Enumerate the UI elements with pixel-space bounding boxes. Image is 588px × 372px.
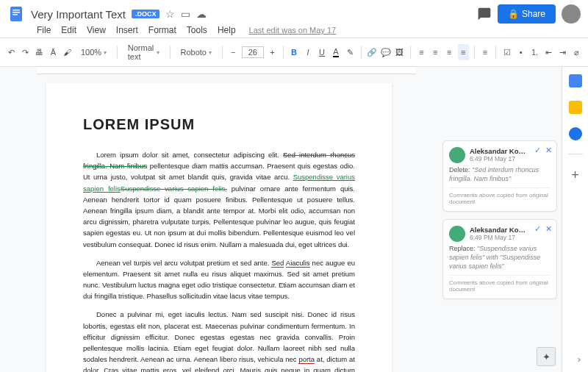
comment-footnote: Comments above copied from original docu… — [449, 275, 551, 293]
clear-formatting-icon[interactable]: ⌀ — [571, 44, 582, 60]
align-right-icon[interactable]: ≡ — [444, 44, 455, 60]
numbered-list-icon[interactable]: 1. — [529, 44, 540, 60]
underline-icon[interactable]: U — [317, 44, 328, 60]
last-edit-link[interactable]: Last edit was on May 17 — [249, 26, 337, 35]
paint-format-icon[interactable]: 🖌 — [62, 44, 73, 60]
menu-file[interactable]: File — [37, 25, 51, 35]
menu-edit[interactable]: Edit — [61, 25, 76, 35]
text-color-icon[interactable]: A — [331, 44, 342, 60]
menu-help[interactable]: Help — [218, 25, 236, 35]
comment-time: 6:49 PM May 17 — [470, 234, 528, 241]
checklist-icon[interactable]: ☑ — [501, 44, 512, 60]
keep-icon[interactable] — [569, 101, 582, 114]
indent-increase-icon[interactable]: ⇥ — [557, 44, 568, 60]
svg-rect-3 — [12, 14, 18, 15]
spellcheck-icon[interactable]: Ă — [48, 44, 59, 60]
align-left-icon[interactable]: ≡ — [416, 44, 427, 60]
hide-sidepanel-icon[interactable]: › — [578, 354, 581, 365]
menu-view[interactable]: View — [87, 25, 106, 35]
comments-column: ✓✕ Aleksandar Kocho...6:49 PM May 17 Del… — [438, 67, 562, 372]
doc-heading: LOREM IPSUM — [83, 112, 355, 136]
paragraph-1: Lorem ipsum dolor sit amet, consectetur … — [83, 149, 355, 250]
explore-button[interactable]: ✦ — [537, 347, 556, 366]
redo-icon[interactable]: ↷ — [20, 44, 31, 60]
menu-format[interactable]: Format — [148, 25, 176, 35]
document-page[interactable]: LOREM IPSUM Lorem ipsum dolor sit amet, … — [46, 83, 392, 372]
paragraph-3: Donec a pulvinar mi, eget iaculis lectus… — [83, 309, 355, 372]
font-dropdown[interactable]: Roboto — [176, 46, 217, 59]
reject-suggestion-icon[interactable]: ✕ — [545, 224, 552, 234]
align-justify-icon[interactable]: ≡ — [458, 44, 469, 60]
cloud-icon[interactable]: ☁ — [196, 8, 207, 20]
accept-suggestion-icon[interactable]: ✓ — [534, 224, 541, 234]
toolbar: ↶ ↷ 🖶 Ă 🖌 100% Normal text Roboto − 26 +… — [0, 38, 588, 67]
calendar-icon[interactable] — [569, 74, 582, 87]
comment-time: 6:49 PM May 17 — [470, 155, 528, 162]
bulleted-list-icon[interactable]: • — [515, 44, 526, 60]
ruler[interactable] — [37, 67, 416, 74]
commenter-name: Aleksandar Kocho... — [470, 147, 528, 155]
tasks-icon[interactable] — [569, 127, 582, 140]
move-icon[interactable]: ▭ — [181, 8, 190, 20]
menu-bar: File Edit View Insert Format Tools Help … — [0, 25, 588, 37]
font-size-decrease[interactable]: − — [228, 44, 239, 60]
suggestion-card[interactable]: ✓✕ Aleksandar Kocho...6:49 PM May 17 Rep… — [442, 219, 557, 299]
reject-suggestion-icon[interactable]: ✕ — [545, 146, 552, 155]
commenter-avatar — [449, 147, 465, 163]
svg-rect-2 — [12, 12, 20, 13]
paragraph-2: Aenean vel turpis vel arcu volutpat pret… — [83, 257, 355, 302]
accept-suggestion-icon[interactable]: ✓ — [534, 146, 541, 155]
zoom-dropdown[interactable]: 100% — [76, 46, 112, 59]
indent-decrease-icon[interactable]: ⇤ — [543, 44, 554, 60]
undo-icon[interactable]: ↶ — [6, 44, 17, 60]
print-icon[interactable]: 🖶 — [34, 44, 45, 60]
align-center-icon[interactable]: ≡ — [430, 44, 441, 60]
insert-image-icon[interactable]: 🖼 — [394, 44, 405, 60]
side-panel: + — [562, 67, 588, 372]
suggestion-card[interactable]: ✓✕ Aleksandar Kocho...6:49 PM May 17 Del… — [442, 140, 557, 212]
star-icon[interactable]: ☆ — [165, 8, 175, 20]
add-comment-icon[interactable]: 💬 — [380, 44, 391, 60]
share-button[interactable]: 🔒Share — [498, 4, 556, 24]
font-size-input[interactable]: 26 — [242, 46, 264, 58]
highlight-icon[interactable]: ✎ — [345, 44, 356, 60]
style-dropdown[interactable]: Normal text — [123, 41, 165, 63]
italic-icon[interactable]: I — [303, 44, 314, 60]
comment-history-icon[interactable] — [477, 7, 492, 21]
document-title[interactable]: Very Important Text — [31, 8, 126, 21]
menu-tools[interactable]: Tools — [187, 25, 207, 35]
docx-badge: .DOCX — [132, 10, 160, 18]
bold-icon[interactable]: B — [289, 44, 300, 60]
menu-insert[interactable]: Insert — [116, 25, 138, 35]
svg-rect-1 — [12, 10, 20, 11]
account-avatar[interactable] — [562, 4, 581, 24]
comment-footnote: Comments above copied from original docu… — [449, 187, 551, 205]
add-addon-icon[interactable]: + — [571, 168, 579, 183]
link-icon[interactable]: 🔗 — [366, 44, 377, 60]
line-spacing-icon[interactable]: ≡ — [479, 44, 490, 60]
commenter-name: Aleksandar Kocho... — [470, 226, 528, 234]
docs-logo-icon[interactable] — [7, 5, 25, 23]
font-size-increase[interactable]: + — [267, 44, 278, 60]
commenter-avatar — [449, 226, 465, 242]
